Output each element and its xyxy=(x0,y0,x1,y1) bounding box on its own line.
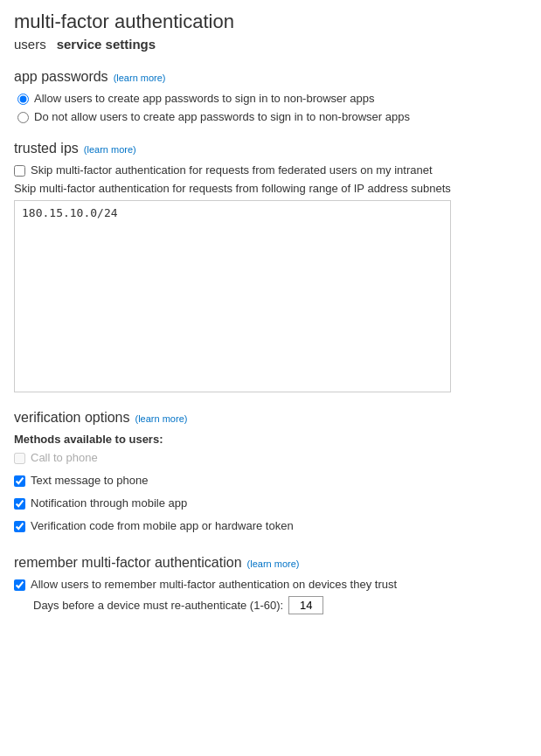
trusted-ips-federated-checkbox-label[interactable]: Skip multi-factor authentication for req… xyxy=(14,163,527,177)
app-passwords-option2[interactable]: Do not allow users to create app passwor… xyxy=(17,110,527,123)
trusted-ips-textarea[interactable]: 180.15.10.0/24 xyxy=(14,200,451,392)
remember-mfa-label: remember multi-factor authentication xyxy=(14,555,242,571)
verification-methods-list: Call to phone Text message to phone Noti… xyxy=(14,451,527,538)
app-passwords-option2-label: Do not allow users to create app passwor… xyxy=(34,110,410,123)
remember-mfa-checkbox-label[interactable]: Allow users to remember multi-factor aut… xyxy=(14,578,527,591)
remember-mfa-checkbox[interactable] xyxy=(14,579,25,591)
method-mobile-app-notification-checkbox[interactable] xyxy=(14,498,25,510)
method-mobile-app-notification[interactable]: Notification through mobile app xyxy=(14,496,527,510)
app-passwords-section: app passwords (learn more) Allow users t… xyxy=(14,69,527,123)
trusted-ips-desc: Skip multi-factor authentication for req… xyxy=(14,182,527,195)
trusted-ips-federated-label: Skip multi-factor authentication for req… xyxy=(31,163,433,177)
methods-available-label: Methods available to users: xyxy=(14,433,527,446)
verification-options-title: verification options (learn more) xyxy=(14,410,527,426)
days-reauthenticate-row: Days before a device must re-authenticat… xyxy=(33,596,527,614)
method-mobile-app-notification-label: Notification through mobile app xyxy=(31,496,187,510)
method-call-to-phone-checkbox[interactable] xyxy=(14,453,25,464)
app-passwords-learn-more[interactable]: (learn more) xyxy=(114,73,166,83)
method-text-message-checkbox[interactable] xyxy=(14,475,25,487)
remember-mfa-title: remember multi-factor authentication (le… xyxy=(14,555,527,571)
days-label: Days before a device must re-authenticat… xyxy=(33,599,283,612)
trusted-ips-learn-more[interactable]: (learn more) xyxy=(84,144,136,155)
breadcrumb: users service settings xyxy=(14,37,527,52)
app-passwords-option1[interactable]: Allow users to create app passwords to s… xyxy=(17,92,527,105)
method-verification-code-label: Verification code from mobile app or har… xyxy=(31,519,294,532)
trusted-ips-federated-checkbox[interactable] xyxy=(14,165,25,177)
method-verification-code-checkbox[interactable] xyxy=(14,521,25,532)
app-passwords-radio-group: Allow users to create app passwords to s… xyxy=(17,92,527,123)
app-passwords-title: app passwords (learn more) xyxy=(14,69,527,85)
days-input[interactable] xyxy=(288,596,323,614)
app-passwords-radio-option2[interactable] xyxy=(17,112,29,123)
remember-mfa-allow-label: Allow users to remember multi-factor aut… xyxy=(31,578,397,591)
remember-mfa-section: remember multi-factor authentication (le… xyxy=(14,555,527,614)
method-verification-code[interactable]: Verification code from mobile app or har… xyxy=(14,519,527,532)
method-call-to-phone[interactable]: Call to phone xyxy=(14,451,527,464)
breadcrumb-current: service settings xyxy=(57,37,156,52)
app-passwords-radio-option1[interactable] xyxy=(17,94,29,105)
method-text-message-label: Text message to phone xyxy=(31,474,148,487)
verification-options-section: verification options (learn more) Method… xyxy=(14,410,527,538)
method-call-to-phone-label: Call to phone xyxy=(31,451,98,464)
trusted-ips-title: trusted ips (learn more) xyxy=(14,141,527,156)
trusted-ips-label: trusted ips xyxy=(14,141,79,156)
breadcrumb-users-link[interactable]: users xyxy=(14,37,46,52)
verification-options-learn-more[interactable]: (learn more) xyxy=(135,413,188,424)
trusted-ips-section: trusted ips (learn more) Skip multi-fact… xyxy=(14,141,527,392)
verification-options-label: verification options xyxy=(14,410,130,426)
method-text-message[interactable]: Text message to phone xyxy=(14,474,527,487)
app-passwords-option1-label: Allow users to create app passwords to s… xyxy=(34,92,374,105)
page-title: multi-factor authentication xyxy=(14,10,527,33)
app-passwords-label: app passwords xyxy=(14,69,108,85)
remember-mfa-learn-more[interactable]: (learn more) xyxy=(247,558,300,569)
